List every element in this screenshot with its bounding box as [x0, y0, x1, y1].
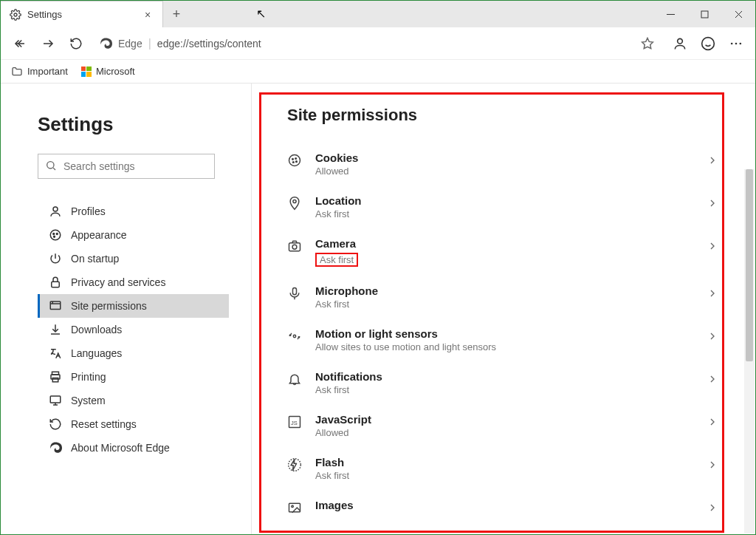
titlebar: Settings × + ↖	[1, 1, 755, 27]
sidebar-item-printing[interactable]: Printing	[38, 365, 229, 389]
refresh-button[interactable]	[64, 32, 88, 55]
permission-status: Ask first	[315, 384, 693, 395]
sidebar-item-label: Languages	[71, 347, 122, 359]
bookmarks-bar: Important Microsoft	[1, 60, 755, 84]
permission-notifications[interactable]: NotificationsAsk first	[274, 361, 733, 404]
bookmark-important[interactable]: Important	[11, 66, 68, 78]
tab-close-button[interactable]: ×	[142, 9, 154, 21]
permission-text: CameraAsk first	[315, 237, 693, 267]
permission-status: Allow sites to use motion and light sens…	[315, 341, 693, 352]
svg-text:JS: JS	[291, 420, 298, 426]
svg-rect-32	[50, 396, 61, 403]
permission-title: Images	[315, 499, 693, 511]
permission-text: Images	[315, 499, 693, 513]
address-url: edge://settings/content	[157, 38, 635, 50]
svg-point-35	[289, 155, 300, 166]
svg-rect-43	[293, 288, 297, 295]
browser-window: Settings × + ↖ Edge | edge://settings/co…	[0, 0, 756, 535]
permission-title: Microphone	[315, 284, 693, 297]
sidebar-item-on-startup[interactable]: On startup	[38, 247, 229, 270]
maximize-button[interactable]	[687, 1, 721, 27]
chevron-right-icon	[707, 459, 718, 471]
permission-microphone[interactable]: MicrophoneAsk first	[274, 276, 733, 318]
download-icon	[49, 323, 62, 336]
languages-icon	[49, 347, 62, 360]
permission-images[interactable]: Images	[274, 490, 733, 524]
sidebar-item-label: About Microsoft Edge	[71, 442, 170, 454]
forward-button[interactable]	[36, 32, 60, 55]
permission-flash[interactable]: FlashAsk first	[274, 447, 733, 490]
svg-point-13	[731, 42, 733, 44]
permission-text: Motion or light sensorsAllow sites to us…	[315, 327, 693, 352]
cursor-icon: ↖	[256, 7, 266, 21]
more-button[interactable]	[724, 32, 748, 55]
window-controls	[653, 1, 755, 27]
chevron-right-icon	[707, 416, 718, 428]
scrollbar-thumb[interactable]	[746, 169, 753, 361]
permission-camera[interactable]: CameraAsk first	[274, 228, 733, 276]
search-settings	[38, 154, 215, 179]
image-icon	[287, 500, 302, 515]
microphone-icon	[287, 286, 302, 301]
permission-javascript[interactable]: JSJavaScriptAllowed	[274, 404, 733, 447]
scrollbar[interactable]	[744, 169, 755, 534]
edge-icon	[99, 37, 112, 50]
chevron-right-icon	[707, 373, 718, 385]
sidebar-item-profiles[interactable]: Profiles	[38, 200, 229, 223]
svg-point-20	[53, 234, 55, 235]
svg-point-16	[47, 162, 54, 168]
favorite-icon[interactable]	[641, 37, 654, 50]
settings-main: Site permissions CookiesAllowedLocationA…	[252, 84, 755, 534]
svg-rect-24	[50, 301, 61, 310]
svg-point-39	[296, 161, 298, 163]
permission-text: CookiesAllowed	[315, 151, 693, 177]
svg-point-21	[56, 234, 58, 235]
sidebar-item-system[interactable]: System	[38, 389, 229, 412]
sidebar-item-reset-settings[interactable]: Reset settings	[38, 412, 229, 436]
svg-rect-2	[701, 11, 708, 18]
permission-text: LocationAsk first	[315, 194, 693, 219]
svg-point-9	[678, 38, 683, 44]
svg-marker-8	[642, 38, 653, 48]
svg-point-38	[293, 162, 295, 163]
permission-text: MicrophoneAsk first	[315, 284, 693, 310]
sidebar-item-label: On startup	[71, 253, 119, 265]
sidebar-item-about-microsoft-edge[interactable]: About Microsoft Edge	[38, 436, 229, 460]
close-button[interactable]	[721, 1, 755, 27]
permission-status: Allowed	[315, 166, 693, 177]
power-icon	[49, 252, 62, 265]
search-icon	[45, 160, 57, 171]
sidebar-item-appearance[interactable]: Appearance	[38, 223, 229, 247]
bell-icon	[287, 372, 302, 386]
permission-title: Cookies	[315, 151, 693, 164]
svg-line-17	[53, 168, 55, 170]
sidebar-item-languages[interactable]: Languages	[38, 341, 229, 365]
profile-button[interactable]	[668, 32, 692, 55]
bookmark-microsoft[interactable]: Microsoft	[81, 66, 135, 77]
address-bar[interactable]: Edge | edge://settings/content	[92, 32, 661, 55]
folder-icon	[11, 66, 23, 78]
sidebar-item-site-permissions[interactable]: Site permissions	[38, 294, 229, 318]
search-input[interactable]	[38, 154, 215, 179]
sidebar-item-label: Downloads	[71, 324, 122, 335]
cookie-icon	[287, 153, 302, 168]
settings-nav: ProfilesAppearanceOn startupPrivacy and …	[38, 200, 229, 460]
toolbar: Edge | edge://settings/content	[1, 27, 755, 60]
js-icon: JS	[287, 415, 302, 429]
svg-point-40	[293, 200, 296, 202]
sidebar-item-label: Site permissions	[71, 300, 147, 312]
back-button[interactable]	[8, 32, 32, 55]
permission-status: Allowed	[315, 427, 693, 438]
motion-icon	[287, 329, 302, 344]
sidebar-item-privacy-and-services[interactable]: Privacy and services	[38, 270, 229, 294]
new-tab-button[interactable]: +	[163, 1, 190, 27]
sidebar-item-downloads[interactable]: Downloads	[38, 318, 229, 341]
browser-tab[interactable]: Settings ×	[1, 1, 163, 27]
permission-cookies[interactable]: CookiesAllowed	[274, 143, 733, 185]
chevron-right-icon	[707, 502, 718, 514]
permission-location[interactable]: LocationAsk first	[274, 185, 733, 228]
minimize-button[interactable]	[653, 1, 687, 27]
feedback-button[interactable]	[696, 32, 720, 55]
permission-motion-or-light-sensors[interactable]: Motion or light sensorsAllow sites to us…	[274, 318, 733, 361]
permission-status: Ask first	[315, 470, 693, 481]
